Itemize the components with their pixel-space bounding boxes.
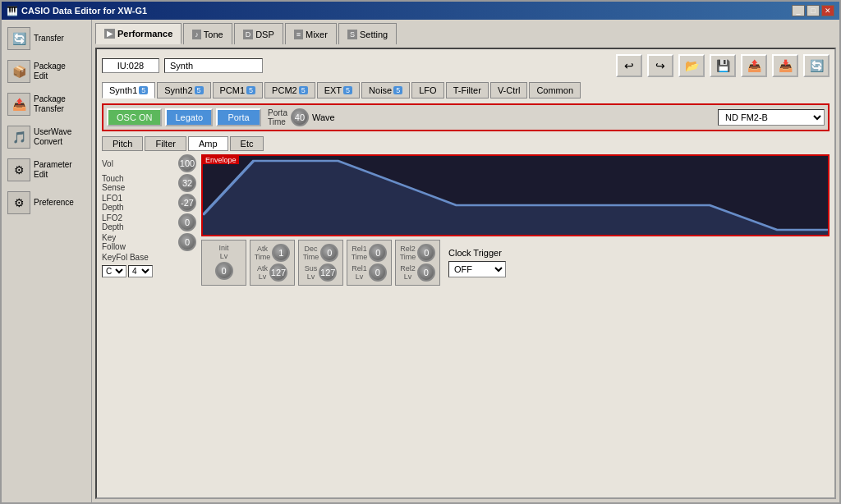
package-transfer-icon: 📤 (7, 93, 30, 116)
vol-label: Vol (102, 159, 113, 168)
maximize-button[interactable]: □ (807, 5, 820, 16)
dec-time-value: 0 (327, 248, 332, 258)
dec-time-knob[interactable]: 0 (320, 244, 338, 262)
rel1-lv-row: Rel1Lv 0 (352, 263, 387, 282)
dec-time-row: DecTime 0 (303, 244, 339, 262)
rel1-time-knob[interactable]: 0 (369, 244, 387, 262)
synth-tab-synth2[interactable]: Synth2 5 (157, 82, 210, 99)
rel2-time-knob[interactable]: 0 (417, 244, 435, 262)
key-follow-knob[interactable]: 0 (178, 233, 196, 251)
sidebar-label-preference: Preference (34, 198, 74, 208)
legato-button[interactable]: Legato (165, 108, 213, 126)
lfo1-depth-value: -27 (181, 198, 194, 208)
refresh-button[interactable]: 🔄 (803, 54, 830, 77)
keyfol-note-select[interactable]: CDEFGAB (102, 265, 126, 277)
atk-lv-row: AtkLv 127 (257, 263, 287, 282)
synth-tab-synth1[interactable]: Synth1 5 (102, 82, 155, 99)
osc-controls-panel: OSC ON Legato Porta PortaTime 40 Wave ND… (102, 103, 830, 131)
dec-section: DecTime 0 SusLv 127 (298, 240, 343, 286)
synth-tab-common[interactable]: Common (529, 82, 581, 99)
ext-label: EXT (324, 85, 342, 95)
main-area: ▶ Performance ♪ Tone D DSP ≡ Mixer S S (92, 20, 839, 502)
sub-tab-amp[interactable]: Amp (188, 136, 228, 151)
pcm1-badge: 5 (246, 86, 255, 94)
atk-time-label: AtkTime (255, 245, 271, 261)
osc-controls-row: OSC ON Legato Porta PortaTime 40 Wave ND… (107, 108, 825, 126)
rel2-lv-label: Rel2Lv (400, 264, 416, 281)
transfer-icon: 🔄 (7, 27, 30, 50)
keyfol-base-label: KeyFol Base (102, 253, 149, 262)
synth2-label: Synth2 (164, 85, 192, 95)
sub-tab-filter[interactable]: Filter (145, 136, 186, 151)
v-ctrl-label: V-Ctrl (498, 85, 521, 95)
sidebar-item-package-edit[interactable]: 📦 PackageEdit (3, 56, 90, 87)
open-button[interactable]: 📂 (678, 54, 705, 77)
init-lv-label: InitLv (218, 244, 228, 260)
amp-right: Envelope (201, 154, 830, 493)
atk-lv-label: AtkLv (257, 264, 268, 281)
rel1-lv-label: Rel1Lv (352, 264, 367, 281)
synth-tab-t-filter[interactable]: T-Filter (446, 82, 489, 99)
atk-time-row: AtkTime 1 (255, 244, 291, 262)
sus-lv-knob[interactable]: 127 (319, 263, 337, 282)
sub-tab-pitch[interactable]: Pitch (102, 136, 143, 151)
porta-time-knob[interactable]: 40 (291, 108, 309, 126)
sidebar-item-package-transfer[interactable]: 📤 PackageTransfer (3, 89, 90, 120)
osc-on-button[interactable]: OSC ON (107, 108, 162, 126)
synth-tab-v-ctrl[interactable]: V-Ctrl (490, 82, 528, 99)
init-lv-value: 0 (221, 266, 226, 276)
envelope-controls: InitLv 0 AtkTime 1 (201, 240, 830, 286)
synth-tab-noise[interactable]: Noise 5 (361, 82, 410, 99)
rel1-time-row: Rel1Time 0 (352, 244, 388, 262)
synth-tab-lfo[interactable]: LFO (411, 82, 443, 99)
ext-badge: 5 (343, 86, 352, 94)
sidebar-item-parameter-edit[interactable]: ⚙ ParameterEdit (3, 154, 90, 186)
keyfol-num-select[interactable]: 435 (128, 265, 153, 277)
redo-button[interactable]: ↪ (647, 54, 673, 77)
porta-time-label: PortaTime (268, 108, 287, 126)
rel2-lv-knob[interactable]: 0 (417, 263, 435, 282)
synth1-label: Synth1 (109, 85, 137, 95)
touch-sense-label: TouchSense (102, 174, 125, 192)
synth-tab-pcm2[interactable]: PCM2 5 (264, 82, 315, 99)
atk-time-knob[interactable]: 1 (272, 244, 290, 262)
name-field[interactable] (164, 58, 263, 73)
lfo1-depth-knob[interactable]: -27 (178, 194, 196, 212)
touch-sense-value: 32 (182, 178, 192, 188)
rel1-lv-knob[interactable]: 0 (369, 263, 387, 282)
wave-select[interactable]: ND FM2-B ND FM1 ND FM3 SIN SAW SQR (718, 109, 825, 126)
touch-sense-knob[interactable]: 32 (178, 174, 196, 192)
undo-button[interactable]: ↩ (616, 54, 642, 77)
init-lv-knob[interactable]: 0 (215, 262, 233, 280)
save-button[interactable]: 💾 (710, 54, 736, 77)
tab-tone[interactable]: ♪ Tone (183, 23, 232, 44)
tab-mixer[interactable]: ≡ Mixer (285, 23, 337, 44)
clock-trigger-select[interactable]: OFF ON (448, 261, 506, 277)
sidebar-item-userwave-convert[interactable]: 🎵 UserWaveConvert (3, 121, 90, 153)
tab-performance[interactable]: ▶ Performance (95, 23, 182, 44)
lfo2-depth-knob[interactable]: 0 (178, 213, 196, 231)
minimize-button[interactable]: _ (792, 5, 805, 16)
tab-setting[interactable]: S Setting (338, 23, 397, 44)
export-button[interactable]: 📤 (741, 54, 767, 77)
tab-mixer-label: Mixer (306, 30, 328, 39)
vol-knob[interactable]: 100 (178, 154, 196, 172)
sidebar-label-package-edit: PackageEdit (34, 62, 66, 81)
vol-param-row: Vol 100 (102, 154, 196, 172)
noise-label: Noise (369, 85, 392, 95)
sidebar-label-parameter-edit: ParameterEdit (34, 160, 72, 180)
content-panel: IU:028 ↩ ↪ 📂 💾 📤 📥 🔄 Synth1 5 (95, 48, 836, 499)
import-button[interactable]: 📥 (772, 54, 798, 77)
sidebar-item-preference[interactable]: ⚙ Preference (3, 187, 90, 218)
sidebar-item-transfer[interactable]: 🔄 Transfer (3, 23, 90, 54)
sus-lv-label: SusLv (305, 264, 318, 281)
sub-tab-etc[interactable]: Etc (230, 136, 264, 151)
close-button[interactable]: ✕ (821, 5, 834, 16)
tab-dsp[interactable]: D DSP (234, 23, 283, 44)
atk-lv-knob[interactable]: 127 (269, 263, 287, 282)
noise-badge: 5 (393, 86, 402, 94)
synth-tab-ext[interactable]: EXT 5 (317, 82, 360, 99)
synth-tab-pcm1[interactable]: PCM1 5 (213, 82, 264, 99)
pcm2-label: PCM2 (272, 85, 297, 95)
porta-button[interactable]: Porta (216, 108, 261, 126)
